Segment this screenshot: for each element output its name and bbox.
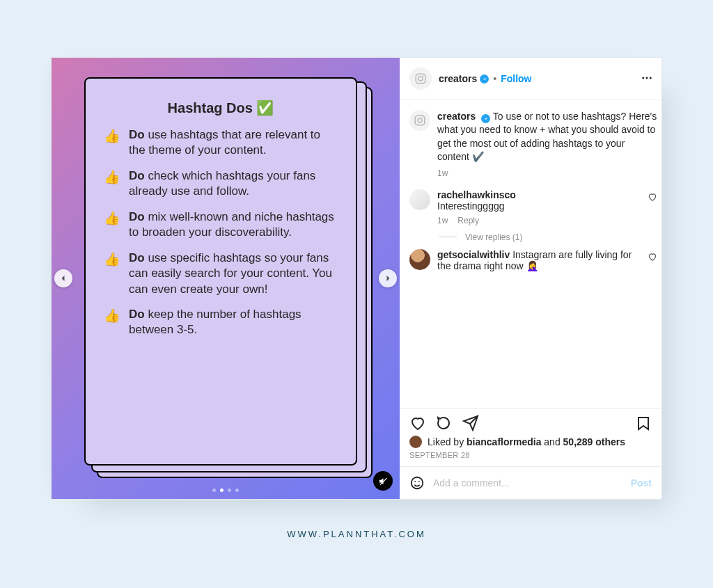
thumbs-up-icon: 👍 [104,307,120,338]
separator: • [493,73,496,84]
liker-avatar [409,436,422,448]
smile-icon [409,475,425,491]
save-button[interactable] [635,415,652,431]
verified-badge-icon [480,74,489,84]
likes-summary[interactable]: Liked by biancaflormedia and 50,289 othe… [400,434,661,450]
svg-point-8 [422,117,423,118]
username[interactable]: creators [439,73,477,84]
svg-point-11 [418,481,420,482]
caption-text: creators To use or not to use hashtags? … [437,111,657,162]
thumbs-up-icon: 👍 [104,127,120,159]
add-comment: Add a comment... Post [400,466,661,499]
tip-text: Do keep the number of hashtags between 3… [129,307,338,338]
comment-button[interactable] [436,415,453,431]
thumbs-up-icon: 👍 [104,209,120,241]
svg-rect-6 [415,116,425,125]
svg-point-3 [642,77,644,79]
commenter-name[interactable]: rachelhawkinsco [437,189,516,200]
comment-time: 1w [437,216,448,225]
chevron-left-icon [59,274,68,283]
instagram-glyph-icon [414,72,427,85]
reply-button[interactable]: Reply [457,216,479,225]
svg-point-7 [418,118,422,122]
verified-badge-icon [481,114,490,123]
chevron-right-icon [384,274,392,283]
card-title: Hashtag Dos ✅ [104,100,338,116]
instagram-post-embed: Hashtag Dos ✅ 👍Do use hashtags that are … [51,57,662,500]
more-options-button[interactable] [641,72,653,86]
user-avatar[interactable] [409,67,432,90]
card-front: Hashtag Dos ✅ 👍Do use hashtags that are … [84,77,357,466]
sound-off-icon [378,476,389,486]
tip-text: Do mix well-known and niche hashtags to … [129,209,338,241]
view-replies-button[interactable]: View replies (1) [439,232,657,242]
commenter-avatar[interactable] [409,249,430,270]
more-horizontal-icon [641,72,653,84]
heart-icon [648,252,657,262]
comment-item: rachelhawkinsco Interestinggggg 1w Reply [409,189,657,225]
emoji-picker-button[interactable] [409,475,425,491]
caption-time: 1w [437,168,657,180]
post-comment-button[interactable]: Post [631,477,652,488]
tip-text: Do use hashtags that are relevant to the… [129,127,338,159]
comments-scroll[interactable]: creators To use or not to use hashtags? … [400,100,661,408]
like-comment-button[interactable] [648,192,657,225]
instagram-glyph-icon [414,114,426,127]
svg-point-4 [646,77,648,79]
thumbs-up-icon: 👍 [104,251,120,297]
heart-icon [648,192,657,202]
likes-text: Liked by biancaflormedia and 50,289 othe… [428,436,625,447]
user-avatar[interactable] [409,110,430,131]
svg-point-1 [418,77,423,81]
post-media[interactable]: Hashtag Dos ✅ 👍Do use hashtags that are … [52,58,400,499]
share-button[interactable] [462,415,479,431]
follow-button[interactable]: Follow [501,73,531,84]
like-button[interactable] [409,415,426,431]
tip-text: Do check which hashtags your fans alread… [129,168,338,200]
commenter-name[interactable]: getsocialwithliv [437,249,510,260]
thumbs-up-icon: 👍 [104,168,120,200]
post-date: SEPTEMBER 28 [400,450,661,466]
svg-rect-0 [416,74,425,84]
commenter-avatar[interactable] [409,189,430,210]
post-caption: creators To use or not to use hashtags? … [409,110,657,180]
comment-body: getsocialwithliv Instagram are fully liv… [437,249,632,271]
tip-text: Do use specific hashtags so your fans ca… [129,251,338,297]
svg-point-10 [414,481,416,482]
svg-point-2 [423,75,424,77]
post-actions [400,408,661,434]
carousel-dots [52,488,400,492]
mute-button[interactable] [373,471,393,491]
comment-text: Interestinggggg [437,200,641,212]
like-comment-button[interactable] [648,252,657,271]
comment-item: getsocialwithliv Instagram are fully liv… [409,249,657,271]
watermark: WWW.PLANNTHAT.COM [287,529,426,539]
card-stack: Hashtag Dos ✅ 👍Do use hashtags that are … [84,77,367,470]
comment-input[interactable]: Add a comment... [433,477,622,488]
post-panel: creators • Follow creators [400,58,661,499]
post-header: creators • Follow [400,58,661,100]
svg-point-9 [412,477,423,489]
svg-point-5 [650,77,652,79]
carousel-next-button[interactable] [379,269,397,287]
username[interactable]: creators [437,111,476,122]
carousel-prev-button[interactable] [54,269,72,287]
tips-list: 👍Do use hashtags that are relevant to th… [104,127,338,338]
